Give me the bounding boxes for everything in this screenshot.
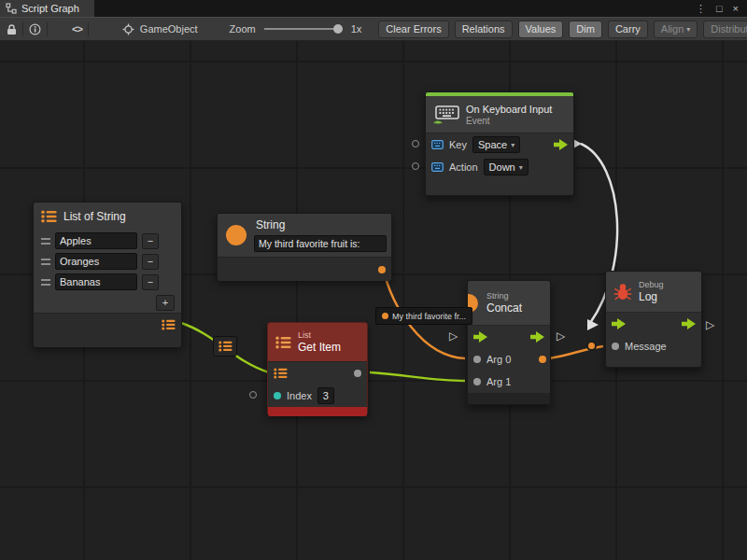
code-icon[interactable]: <> — [72, 23, 82, 35]
flow-port-marker[interactable]: ▷ — [449, 330, 458, 343]
node-subtitle: Event — [466, 116, 552, 126]
index-input-port[interactable] — [274, 392, 281, 399]
node-log[interactable]: Debug Log Message — [605, 271, 702, 368]
list-input-port[interactable] — [274, 368, 288, 379]
zoom-slider[interactable] — [264, 23, 343, 35]
bug-icon — [613, 283, 632, 301]
list-item-input[interactable] — [55, 273, 137, 290]
string-value-input[interactable] — [254, 235, 387, 252]
keyboard-icon — [433, 105, 459, 124]
result-output-port[interactable] — [539, 356, 546, 363]
list-icon — [41, 210, 57, 223]
gameobject-label[interactable]: GameObject — [140, 23, 198, 35]
window-menu-icon[interactable]: ⋮ — [696, 0, 706, 17]
graph-canvas[interactable]: List of String − − − + — [0, 41, 747, 560]
carry-button[interactable]: Carry — [608, 21, 648, 38]
add-item-button[interactable]: + — [156, 295, 175, 311]
script-graph-tab[interactable]: Script Graph — [0, 0, 94, 17]
dim-button[interactable]: Dim — [569, 21, 602, 38]
remove-item-button[interactable]: − — [142, 233, 159, 249]
align-label: Align — [661, 23, 684, 35]
list-output-port[interactable] — [162, 319, 176, 330]
item-output-port[interactable] — [354, 370, 361, 377]
node-category: List — [298, 330, 341, 340]
flow-output-port[interactable] — [530, 331, 544, 343]
string-icon — [226, 225, 247, 245]
string-value-icon — [382, 313, 388, 319]
flow-port-marker[interactable]: ▷ — [557, 330, 565, 343]
index-port-marker[interactable] — [249, 391, 257, 399]
list-item-row: − — [34, 272, 181, 292]
remove-item-button[interactable]: − — [142, 254, 159, 270]
drag-handle-icon[interactable] — [41, 238, 50, 245]
node-title: List of String — [63, 210, 126, 223]
list-item-row: − — [34, 251, 181, 272]
index-input[interactable] — [317, 387, 334, 404]
info-icon[interactable] — [29, 23, 41, 35]
node-concat[interactable]: String Concat Arg 0 Arg 1 — [467, 280, 551, 405]
drag-handle-icon[interactable] — [41, 259, 50, 265]
node-title: On Keyboard Input — [466, 104, 552, 115]
node-get-item[interactable]: List Get Item Index — [267, 322, 368, 415]
key-label: Key — [449, 139, 467, 150]
window-dock-icon[interactable]: □ — [716, 0, 723, 17]
key-dropdown[interactable]: Space ▾ — [472, 136, 520, 153]
clear-errors-button[interactable]: Clear Errors — [378, 21, 448, 38]
error-bar — [268, 407, 367, 416]
node-list-of-string[interactable]: List of String − − − + — [33, 202, 182, 346]
title-bar: Script Graph ⋮ □ × — [0, 0, 747, 17]
list-item-input[interactable] — [55, 232, 137, 249]
toolbar-separator — [88, 22, 89, 36]
drag-handle-icon[interactable] — [41, 279, 50, 286]
list-item-input[interactable] — [55, 253, 137, 270]
toolbar-separator — [22, 22, 23, 36]
zoom-slider-knob[interactable] — [333, 24, 343, 34]
distribute-label: Distribute — [711, 23, 747, 35]
flow-output-port[interactable] — [682, 318, 696, 329]
node-title: Concat — [486, 301, 522, 315]
flow-output-port[interactable] — [554, 139, 568, 150]
flow-input-port[interactable] — [473, 331, 487, 343]
align-button[interactable]: Align ▾ — [654, 21, 698, 38]
node-string-literal[interactable]: String — [217, 213, 392, 280]
message-input-port[interactable] — [612, 343, 619, 350]
chevron-down-icon: ▾ — [519, 163, 523, 172]
arg0-input-port[interactable] — [473, 356, 481, 363]
key-port-marker[interactable] — [412, 140, 419, 147]
string-output-port[interactable] — [378, 266, 386, 273]
chevron-down-icon: ▾ — [511, 141, 514, 149]
window-title: Script Graph — [21, 3, 79, 14]
zoom-label: Zoom — [230, 23, 256, 35]
remove-item-button[interactable]: − — [142, 274, 159, 290]
flow-input-port[interactable] — [612, 318, 626, 329]
action-port-icon — [431, 162, 444, 172]
arg1-input-port[interactable] — [473, 378, 481, 385]
list-icon — [275, 336, 291, 349]
relations-button[interactable]: Relations — [455, 21, 513, 38]
list-icon — [218, 341, 233, 352]
arg1-label: Arg 1 — [486, 376, 511, 387]
graph-icon — [6, 3, 17, 14]
lock-icon[interactable] — [7, 23, 17, 35]
node-title: Log — [639, 290, 664, 303]
string-value-badge — [586, 341, 597, 351]
message-label: Message — [625, 341, 667, 352]
window-controls: ⋮ □ × — [696, 0, 747, 17]
index-label: Index — [287, 390, 312, 401]
distribute-button[interactable]: Distribute ▾ — [703, 21, 747, 38]
wire-getitem-to-concat — [370, 372, 465, 381]
node-title: Get Item — [298, 341, 341, 354]
window-close-icon[interactable]: × — [733, 0, 739, 17]
action-dropdown[interactable]: Down ▾ — [484, 159, 529, 175]
zoom-value: 1x — [351, 23, 362, 35]
key-value: Space — [478, 139, 507, 150]
flow-port-marker[interactable]: ▷ — [706, 319, 714, 331]
gameobject-icon — [122, 23, 134, 35]
node-category: Debug — [639, 280, 664, 289]
values-button[interactable]: Values — [518, 21, 564, 38]
node-on-keyboard-input[interactable]: On Keyboard Input Event Key Space ▾ Acti… — [425, 91, 574, 196]
arg0-label: Arg 0 — [486, 354, 511, 365]
action-port-marker[interactable] — [412, 162, 419, 170]
toolbar-separator — [47, 22, 48, 36]
node-title: String — [256, 218, 285, 231]
